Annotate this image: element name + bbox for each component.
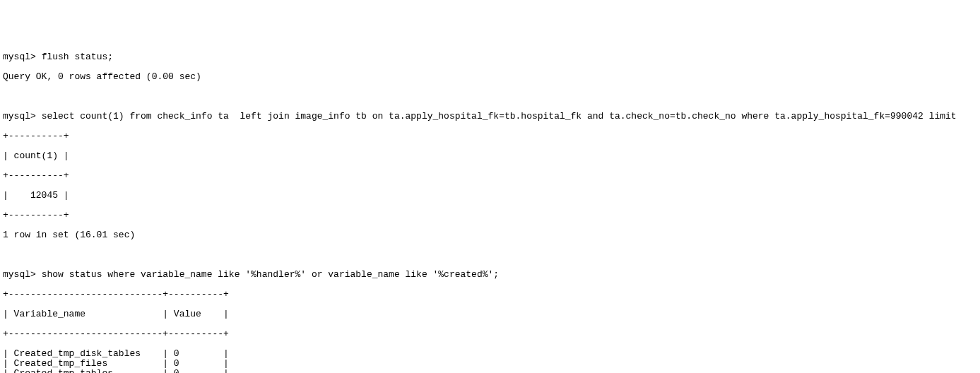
select-command: select count(1) from check_info ta left … — [42, 111, 957, 122]
flush-command: flush status; — [42, 52, 113, 62]
status-rows: | Created_tmp_disk_tables | 0 || Created… — [3, 349, 977, 373]
status-border-mid: +----------------------------+----------… — [3, 329, 977, 339]
blank-line — [3, 250, 977, 260]
col-value: Value — [174, 309, 218, 319]
terminal-container: { "prompt": "mysql>", "cmd_flush": "flus… — [3, 13, 977, 373]
flush-result: Query OK, 0 rows affected (0.00 sec) — [3, 72, 977, 82]
count-border-bot: +----------+ — [3, 211, 977, 220]
count-header-row: | count(1) | — [3, 151, 977, 161]
prompt: mysql> — [3, 269, 36, 280]
select-command-line: mysql> select count(1) from check_info t… — [3, 112, 977, 122]
count-border-mid: +----------+ — [3, 171, 977, 181]
count-border-top: +----------+ — [3, 131, 977, 141]
blank-line — [3, 92, 977, 102]
col-variable-name: Variable_name — [14, 309, 158, 319]
count-footer: 1 row in set (16.01 sec) — [3, 230, 977, 240]
count-value-row: | 12045 | — [3, 191, 977, 201]
table-row: | Created_tmp_files | 0 | — [3, 359, 977, 369]
table-row: | Created_tmp_disk_tables | 0 | — [3, 349, 977, 359]
status-command-line: mysql> show status where variable_name l… — [3, 270, 977, 280]
status-border-top: +----------------------------+----------… — [3, 290, 977, 300]
prompt: mysql> — [3, 52, 36, 62]
count-header: count(1) — [14, 150, 58, 161]
count-value: 12045 — [30, 190, 58, 201]
prompt: mysql> — [3, 111, 36, 122]
table-row: | Created_tmp_tables | 0 | — [3, 369, 977, 373]
status-header-row: | Variable_name | Value | — [3, 309, 977, 319]
flush-command-line: mysql> flush status; — [3, 52, 977, 62]
status-command: show status where variable_name like '%h… — [42, 269, 500, 280]
